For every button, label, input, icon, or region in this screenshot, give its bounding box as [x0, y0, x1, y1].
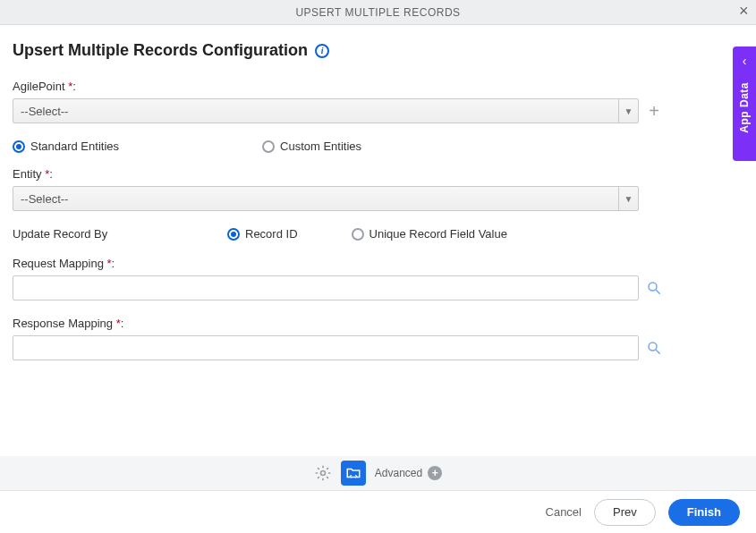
finish-button[interactable]: Finish [668, 499, 740, 526]
response-mapping-input[interactable] [13, 335, 639, 360]
chevron-left-icon: ‹ [743, 54, 747, 68]
radio-icon [262, 140, 275, 153]
svg-line-3 [656, 350, 660, 354]
cancel-button[interactable]: Cancel [546, 505, 582, 519]
request-mapping-label: Request Mapping *: [13, 257, 743, 270]
entity-select[interactable]: --Select-- ▼ [13, 186, 639, 211]
radio-record-id[interactable]: Record ID [227, 227, 298, 241]
search-icon[interactable] [646, 280, 662, 296]
prev-button[interactable]: Prev [594, 499, 656, 526]
radio-label: Record ID [245, 227, 298, 241]
search-icon[interactable] [646, 340, 662, 356]
svg-line-1 [656, 290, 660, 294]
gear-icon[interactable] [314, 464, 332, 482]
entity-selected: --Select-- [21, 192, 68, 206]
radio-standard-entities[interactable]: Standard Entities [13, 140, 119, 153]
request-mapping-input[interactable] [13, 275, 639, 300]
update-record-by-label: Update Record By [13, 227, 174, 241]
page-title-row: Upsert Multiple Records Configuration i [13, 41, 743, 60]
close-icon[interactable]: × [739, 3, 749, 19]
entity-row: --Select-- ▼ [13, 186, 743, 211]
mapping-tool-button[interactable] [341, 461, 366, 486]
chevron-down-icon: ▼ [618, 187, 638, 210]
svg-point-4 [320, 471, 325, 476]
footer: Cancel Prev Finish [0, 490, 756, 533]
toolbar: Advanced + [0, 456, 756, 490]
response-mapping-label: Response Mapping *: [13, 317, 743, 330]
app-data-label: App Data [738, 82, 751, 133]
advanced-add-icon[interactable]: + [428, 466, 442, 480]
info-icon[interactable]: i [315, 44, 329, 58]
update-record-by-row: Update Record By Record ID Unique Record… [13, 227, 743, 241]
radio-label: Standard Entities [30, 140, 119, 153]
radio-icon [227, 228, 240, 241]
chevron-down-icon: ▼ [618, 99, 638, 123]
content: Upsert Multiple Records Configuration i … [0, 25, 756, 360]
entity-type-radios: Standard Entities Custom Entities [13, 140, 743, 153]
folder-swap-icon [345, 465, 361, 481]
radio-icon [352, 228, 364, 241]
radio-unique-field-value[interactable]: Unique Record Field Value [352, 227, 507, 241]
titlebar-title: UPSERT MULTIPLE RECORDS [295, 6, 460, 19]
radio-custom-entities[interactable]: Custom Entities [262, 140, 361, 153]
radio-label: Custom Entities [280, 140, 361, 153]
radio-label: Unique Record Field Value [370, 227, 507, 241]
request-mapping-row [13, 275, 743, 300]
entity-label: Entity *: [13, 167, 743, 181]
add-agilepoint-icon[interactable]: + [646, 103, 662, 119]
advanced-label: Advanced [375, 467, 422, 479]
titlebar: UPSERT MULTIPLE RECORDS × [0, 0, 756, 25]
response-mapping-row [13, 335, 743, 360]
svg-point-0 [649, 283, 657, 291]
app-data-panel-toggle[interactable]: ‹ App Data [733, 47, 756, 161]
agilepoint-label: AgilePoint *: [13, 80, 743, 93]
agilepoint-row: --Select-- ▼ + [13, 98, 743, 123]
radio-icon [13, 140, 25, 153]
svg-point-2 [649, 343, 657, 351]
advanced-group: Advanced + [375, 466, 442, 480]
agilepoint-select[interactable]: --Select-- ▼ [13, 98, 639, 123]
page-title: Upsert Multiple Records Configuration [13, 41, 308, 60]
agilepoint-selected: --Select-- [21, 105, 68, 118]
